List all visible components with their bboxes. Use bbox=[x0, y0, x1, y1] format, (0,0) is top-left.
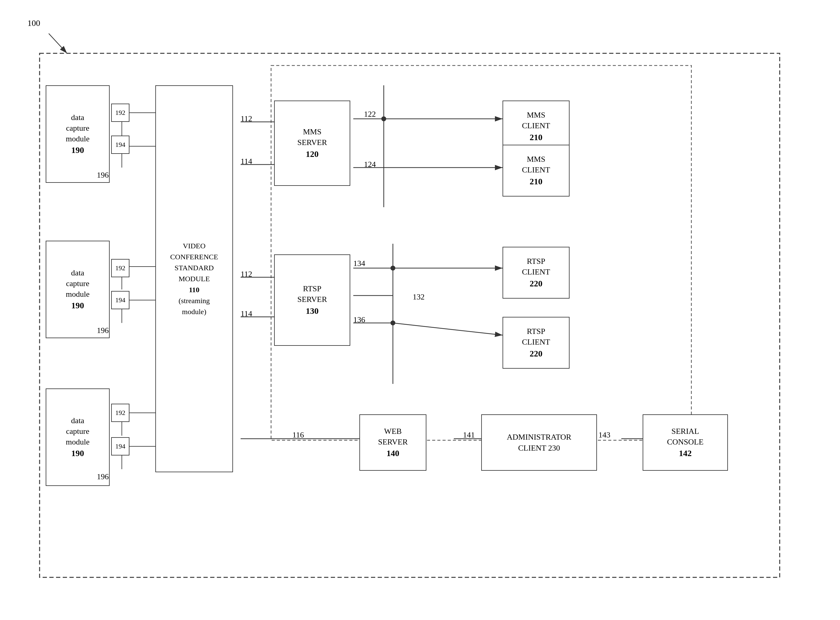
data-capture-module-3: datacapturemodule 190 bbox=[46, 388, 110, 486]
dc2-port-194: 194 bbox=[111, 291, 129, 309]
label-132: 132 bbox=[413, 292, 425, 302]
label-112-mid: 112 bbox=[240, 269, 252, 279]
mms-server-box: MMSSERVER 120 bbox=[274, 101, 350, 186]
svg-point-25 bbox=[381, 116, 386, 121]
ref-100-label: 100 bbox=[27, 18, 40, 28]
data-capture-module-2: datacapturemodule 190 bbox=[46, 241, 110, 338]
web-server-box: WEBSERVER 140 bbox=[359, 414, 427, 471]
label-114-top: 114 bbox=[240, 157, 252, 166]
svg-point-31 bbox=[391, 266, 395, 271]
dc3-port-194: 194 bbox=[111, 437, 129, 456]
admin-client-box: ADMINISTRATORCLIENT 230 bbox=[481, 414, 597, 471]
diagram-svg bbox=[18, 18, 810, 597]
label-112-top: 112 bbox=[240, 114, 252, 123]
svg-point-34 bbox=[391, 321, 395, 325]
rtsp-client-2-box: RTSPCLIENT 220 bbox=[503, 317, 570, 369]
label-134: 134 bbox=[353, 259, 365, 268]
svg-line-33 bbox=[393, 323, 503, 335]
rtsp-client-1-box: RTSPCLIENT 220 bbox=[503, 247, 570, 299]
dc2-port-192: 192 bbox=[111, 259, 129, 277]
label-114-mid: 114 bbox=[240, 309, 252, 318]
rtsp-server-box: RTSPSERVER 130 bbox=[274, 254, 350, 346]
label-141: 141 bbox=[463, 430, 475, 439]
vcm-box: VIDEOCONFERENCESTANDARDMODULE110(streami… bbox=[155, 85, 233, 472]
dc2-196-label: 196 bbox=[97, 326, 109, 335]
dc1-port-194: 194 bbox=[111, 135, 129, 154]
label-122: 122 bbox=[364, 110, 376, 119]
dc3-port-192: 192 bbox=[111, 404, 129, 422]
diagram-container: 100 bbox=[18, 18, 810, 597]
label-116: 116 bbox=[292, 430, 304, 439]
dc1-196-label: 196 bbox=[97, 171, 109, 180]
label-143: 143 bbox=[598, 430, 610, 439]
label-136: 136 bbox=[353, 315, 365, 325]
serial-console-box: SERIALCONSOLE 142 bbox=[643, 414, 728, 471]
dc1-port-192: 192 bbox=[111, 104, 129, 122]
dc3-196-label: 196 bbox=[97, 472, 109, 482]
svg-line-0 bbox=[49, 33, 67, 53]
data-capture-module-1: datacapturemodule 190 bbox=[46, 85, 110, 183]
svg-rect-3 bbox=[40, 53, 780, 577]
label-124: 124 bbox=[364, 160, 376, 169]
mms-client-2-box: MMSCLIENT 210 bbox=[503, 145, 570, 197]
